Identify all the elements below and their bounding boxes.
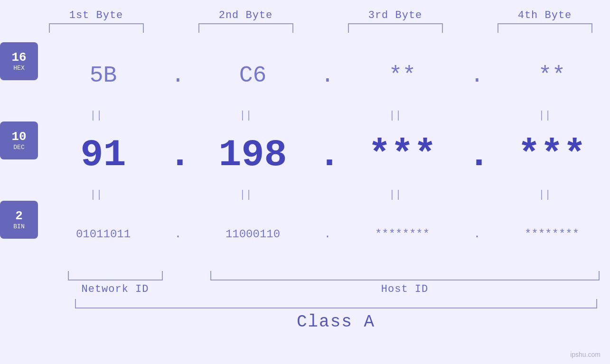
byte3-header: 3rd Byte (330, 9, 460, 21)
byte4-header: 4th Byte (479, 9, 610, 21)
dec-b2: 198 (218, 133, 287, 177)
bin-badge-num: 2 (15, 210, 23, 222)
bracket-top-3 (348, 23, 443, 33)
bin-b2: 11000110 (225, 228, 280, 241)
watermark: ipshu.com (570, 351, 601, 358)
equals-row-2: || || || || (0, 189, 610, 201)
bracket-top-2 (198, 23, 293, 33)
bin-row: 2 BIN 01011011 . 11000110 . ******** . *… (0, 201, 610, 267)
hex-row: 16 HEX 5B . C6 . ** . ** (0, 42, 610, 109)
bin-dot2: . (324, 228, 331, 241)
bin-dot1: . (175, 228, 181, 241)
dec-b4: *** (517, 133, 586, 177)
dec-b3: *** (368, 133, 436, 177)
eq1-b1: || (90, 110, 102, 121)
hex-dot3: . (470, 63, 484, 88)
eq2-b1: || (90, 189, 102, 201)
bracket-top-1 (49, 23, 144, 33)
dec-b1: 91 (80, 133, 126, 177)
hex-b1: 5B (90, 63, 117, 88)
bin-dot3: . (474, 228, 480, 241)
bin-b4: ******** (525, 228, 579, 241)
class-label: Class A (297, 312, 375, 332)
bottom-brackets-row (0, 271, 610, 280)
hex-badge: 16 HEX (0, 42, 38, 80)
main-container: 1st Byte 2nd Byte 3rd Byte 4th Byte 16 H… (0, 0, 610, 364)
hex-b4: ** (538, 63, 566, 88)
bin-badge-label: BIN (13, 223, 24, 230)
dec-badge-label: DEC (13, 144, 24, 151)
eq1-b3: || (389, 110, 401, 121)
class-bracket (75, 299, 597, 308)
hex-b2: C6 (239, 63, 267, 88)
eq1-b2: || (239, 110, 252, 121)
bracket-bottom-network (68, 271, 163, 280)
bin-b3: ******** (375, 228, 430, 241)
dec-badge: 10 DEC (0, 121, 38, 159)
hex-badge-num: 16 (11, 51, 26, 64)
byte-headers-row: 1st Byte 2nd Byte 3rd Byte 4th Byte (0, 9, 610, 21)
byte1-header: 1st Byte (31, 9, 161, 21)
big-bracket-row (0, 299, 610, 308)
hex-dot1: . (171, 63, 185, 88)
bracket-bottom-host (210, 271, 600, 280)
hex-b3: ** (389, 63, 416, 88)
host-id-label: Host ID (381, 283, 428, 295)
network-id-label: Network ID (81, 283, 149, 295)
bin-badge: 2 BIN (0, 201, 38, 239)
eq2-b4: || (538, 189, 551, 201)
bin-b1: 01011011 (76, 228, 131, 241)
eq2-b2: || (239, 189, 252, 201)
bracket-top-4 (497, 23, 592, 33)
id-labels-row: Network ID Host ID (0, 283, 610, 295)
byte2-header: 2nd Byte (180, 9, 311, 21)
class-label-row: Class A (0, 312, 610, 332)
eq2-b3: || (389, 189, 401, 201)
top-brackets-row (0, 23, 610, 33)
hex-badge-label: HEX (13, 65, 24, 72)
dec-badge-num: 10 (11, 131, 26, 143)
eq1-b4: || (538, 110, 551, 121)
hex-dot2: . (321, 63, 335, 88)
equals-row-1: || || || || (0, 110, 610, 121)
dec-row: 10 DEC 91 . 198 . *** . *** (0, 121, 610, 188)
